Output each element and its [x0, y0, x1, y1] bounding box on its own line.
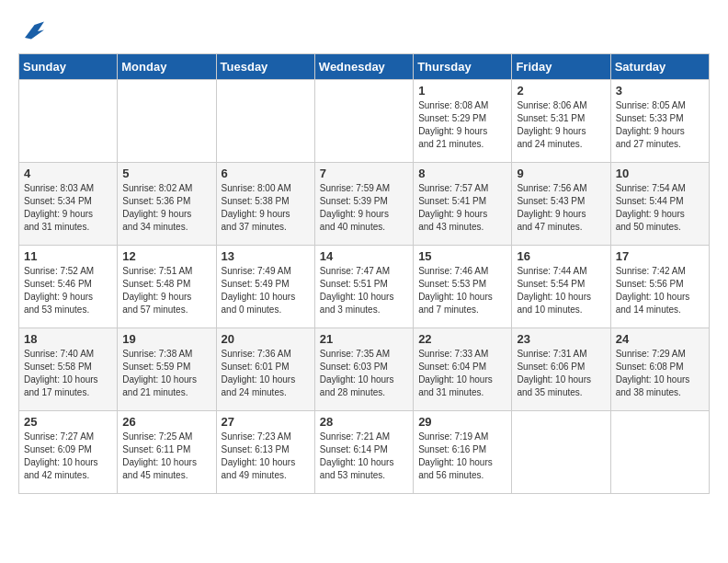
calendar-week-row: 11Sunrise: 7:52 AM Sunset: 5:46 PM Dayli… — [19, 246, 710, 328]
day-number: 1 — [418, 84, 506, 98]
day-of-week-header: Sunday — [19, 54, 118, 80]
day-number: 2 — [517, 84, 605, 98]
day-number: 21 — [320, 332, 408, 346]
day-info: Sunrise: 8:05 AM Sunset: 5:33 PM Dayligh… — [616, 99, 704, 151]
day-number: 9 — [517, 167, 605, 180]
day-info: Sunrise: 7:57 AM Sunset: 5:41 PM Dayligh… — [418, 182, 506, 234]
calendar-cell: 10Sunrise: 7:54 AM Sunset: 5:44 PM Dayli… — [610, 163, 709, 246]
day-info: Sunrise: 7:25 AM Sunset: 6:11 PM Dayligh… — [122, 431, 210, 482]
day-info: Sunrise: 7:52 AM Sunset: 5:46 PM Dayligh… — [24, 265, 112, 316]
logo — [18, 18, 48, 44]
calendar-week-row: 18Sunrise: 7:40 AM Sunset: 5:58 PM Dayli… — [19, 328, 710, 411]
day-number: 23 — [517, 332, 605, 346]
day-number: 25 — [24, 415, 112, 429]
calendar-cell: 5Sunrise: 8:02 AM Sunset: 5:36 PM Daylig… — [118, 163, 216, 246]
day-number: 29 — [418, 415, 506, 429]
day-info: Sunrise: 7:44 AM Sunset: 5:54 PM Dayligh… — [517, 265, 605, 316]
day-number: 19 — [122, 332, 210, 346]
day-info: Sunrise: 7:33 AM Sunset: 6:04 PM Dayligh… — [418, 348, 506, 399]
day-info: Sunrise: 7:40 AM Sunset: 5:58 PM Dayligh… — [24, 348, 112, 399]
day-number: 27 — [222, 415, 310, 429]
day-info: Sunrise: 7:49 AM Sunset: 5:49 PM Dayligh… — [222, 265, 310, 316]
calendar-cell: 2Sunrise: 8:06 AM Sunset: 5:31 PM Daylig… — [512, 80, 610, 163]
day-number: 28 — [320, 415, 408, 429]
day-number: 16 — [517, 249, 605, 263]
day-number: 17 — [616, 249, 704, 263]
day-number: 4 — [24, 167, 112, 180]
day-of-week-header: Saturday — [610, 54, 709, 80]
day-of-week-header: Thursday — [414, 54, 512, 80]
calendar-cell: 9Sunrise: 7:56 AM Sunset: 5:43 PM Daylig… — [512, 163, 610, 246]
day-info: Sunrise: 8:08 AM Sunset: 5:29 PM Dayligh… — [418, 99, 506, 151]
calendar-cell: 20Sunrise: 7:36 AM Sunset: 6:01 PM Dayli… — [216, 328, 314, 411]
calendar-table: SundayMondayTuesdayWednesdayThursdayFrid… — [18, 53, 710, 494]
calendar-body: 1Sunrise: 8:08 AM Sunset: 5:29 PM Daylig… — [19, 80, 710, 494]
calendar-cell: 22Sunrise: 7:33 AM Sunset: 6:04 PM Dayli… — [414, 328, 512, 411]
calendar-cell: 4Sunrise: 8:03 AM Sunset: 5:34 PM Daylig… — [19, 163, 118, 246]
calendar-cell: 23Sunrise: 7:31 AM Sunset: 6:06 PM Dayli… — [512, 328, 610, 411]
day-of-week-header: Monday — [118, 54, 216, 80]
day-of-week-header: Wednesday — [314, 54, 413, 80]
day-info: Sunrise: 7:47 AM Sunset: 5:51 PM Dayligh… — [320, 265, 408, 316]
calendar-cell: 16Sunrise: 7:44 AM Sunset: 5:54 PM Dayli… — [512, 246, 610, 328]
calendar-cell: 24Sunrise: 7:29 AM Sunset: 6:08 PM Dayli… — [610, 328, 709, 411]
calendar-cell: 1Sunrise: 8:08 AM Sunset: 5:29 PM Daylig… — [414, 80, 512, 163]
day-info: Sunrise: 7:59 AM Sunset: 5:39 PM Dayligh… — [320, 182, 408, 234]
calendar-cell: 14Sunrise: 7:47 AM Sunset: 5:51 PM Dayli… — [314, 246, 413, 328]
day-number: 11 — [24, 249, 112, 263]
calendar-cell: 19Sunrise: 7:38 AM Sunset: 5:59 PM Dayli… — [118, 328, 216, 411]
day-info: Sunrise: 8:02 AM Sunset: 5:36 PM Dayligh… — [122, 182, 210, 234]
day-number: 6 — [222, 167, 310, 180]
calendar-cell — [118, 80, 216, 163]
day-number: 14 — [320, 249, 408, 263]
day-info: Sunrise: 7:42 AM Sunset: 5:56 PM Dayligh… — [616, 265, 704, 316]
day-number: 24 — [616, 332, 704, 346]
calendar-cell: 27Sunrise: 7:23 AM Sunset: 6:13 PM Dayli… — [216, 411, 314, 494]
day-info: Sunrise: 7:51 AM Sunset: 5:48 PM Dayligh… — [122, 265, 210, 316]
day-info: Sunrise: 7:31 AM Sunset: 6:06 PM Dayligh… — [517, 348, 605, 399]
logo-icon — [18, 18, 44, 44]
day-number: 8 — [418, 167, 506, 180]
calendar-week-row: 1Sunrise: 8:08 AM Sunset: 5:29 PM Daylig… — [19, 80, 710, 163]
day-info: Sunrise: 8:00 AM Sunset: 5:38 PM Dayligh… — [222, 182, 310, 234]
page-header — [18, 18, 710, 44]
calendar-cell: 26Sunrise: 7:25 AM Sunset: 6:11 PM Dayli… — [118, 411, 216, 494]
calendar-week-row: 4Sunrise: 8:03 AM Sunset: 5:34 PM Daylig… — [19, 163, 710, 246]
day-info: Sunrise: 7:36 AM Sunset: 6:01 PM Dayligh… — [222, 348, 310, 399]
day-number: 3 — [616, 84, 704, 98]
day-info: Sunrise: 7:46 AM Sunset: 5:53 PM Dayligh… — [418, 265, 506, 316]
day-of-week-header: Friday — [512, 54, 610, 80]
day-number: 13 — [222, 249, 310, 263]
calendar-cell — [19, 80, 118, 163]
svg-marker-0 — [25, 22, 44, 40]
day-number: 10 — [616, 167, 704, 180]
day-info: Sunrise: 7:21 AM Sunset: 6:14 PM Dayligh… — [320, 431, 408, 482]
day-info: Sunrise: 7:38 AM Sunset: 5:59 PM Dayligh… — [122, 348, 210, 399]
day-info: Sunrise: 7:54 AM Sunset: 5:44 PM Dayligh… — [616, 182, 704, 234]
calendar-cell — [216, 80, 314, 163]
calendar-week-row: 25Sunrise: 7:27 AM Sunset: 6:09 PM Dayli… — [19, 411, 710, 494]
calendar-cell — [610, 411, 709, 494]
calendar-cell: 18Sunrise: 7:40 AM Sunset: 5:58 PM Dayli… — [19, 328, 118, 411]
calendar-header-row: SundayMondayTuesdayWednesdayThursdayFrid… — [19, 54, 710, 80]
calendar-cell: 17Sunrise: 7:42 AM Sunset: 5:56 PM Dayli… — [610, 246, 709, 328]
day-number: 15 — [418, 249, 506, 263]
calendar-cell: 3Sunrise: 8:05 AM Sunset: 5:33 PM Daylig… — [610, 80, 709, 163]
day-info: Sunrise: 7:35 AM Sunset: 6:03 PM Dayligh… — [320, 348, 408, 399]
calendar-cell: 13Sunrise: 7:49 AM Sunset: 5:49 PM Dayli… — [216, 246, 314, 328]
day-number: 26 — [122, 415, 210, 429]
day-info: Sunrise: 8:06 AM Sunset: 5:31 PM Dayligh… — [517, 99, 605, 151]
calendar-cell — [512, 411, 610, 494]
day-info: Sunrise: 7:56 AM Sunset: 5:43 PM Dayligh… — [517, 182, 605, 234]
calendar-cell: 7Sunrise: 7:59 AM Sunset: 5:39 PM Daylig… — [314, 163, 413, 246]
calendar-cell — [314, 80, 413, 163]
day-number: 7 — [320, 167, 408, 180]
day-info: Sunrise: 7:19 AM Sunset: 6:16 PM Dayligh… — [418, 431, 506, 482]
day-info: Sunrise: 7:23 AM Sunset: 6:13 PM Dayligh… — [222, 431, 310, 482]
calendar-cell: 15Sunrise: 7:46 AM Sunset: 5:53 PM Dayli… — [414, 246, 512, 328]
calendar-cell: 6Sunrise: 8:00 AM Sunset: 5:38 PM Daylig… — [216, 163, 314, 246]
day-number: 5 — [122, 167, 210, 180]
day-number: 22 — [418, 332, 506, 346]
calendar-cell: 11Sunrise: 7:52 AM Sunset: 5:46 PM Dayli… — [19, 246, 118, 328]
day-number: 18 — [24, 332, 112, 346]
